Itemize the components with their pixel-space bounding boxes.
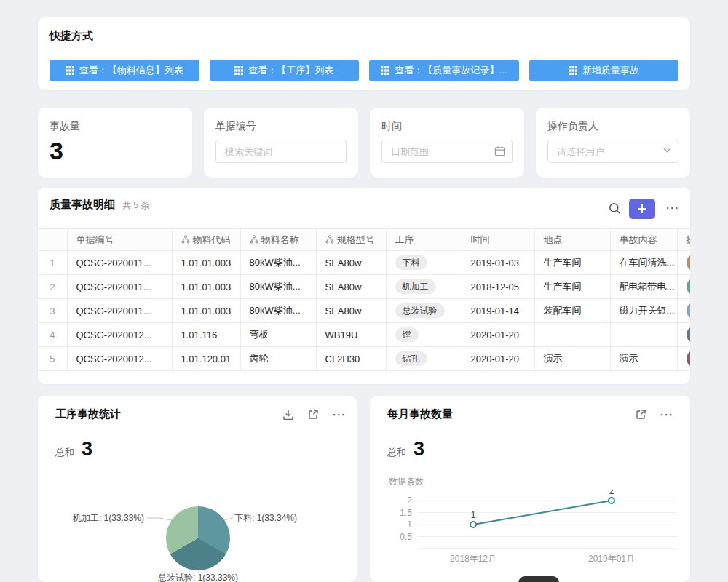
svg-text:1: 1 <box>471 510 476 520</box>
table-row[interactable]: 4 QCSG-2020012... 1.01.116 弯板 WB19U 镗 20… <box>38 323 690 347</box>
shortcut-label: 新增质量事故 <box>582 64 639 77</box>
cell-place <box>534 323 610 347</box>
cell-content: 在车间清洗... <box>610 251 677 275</box>
table-row[interactable]: 5 QCSG-2020012... 1.01.120.01 齿轮 CL2H30 … <box>38 347 690 371</box>
expand-icon[interactable] <box>306 407 320 422</box>
column-header-doc[interactable]: 单据编号 <box>67 229 172 251</box>
process-tag: 总装试验 <box>395 303 445 318</box>
cell-material-name: 齿轮 <box>240 347 316 371</box>
cell-place: 生产车间 <box>534 275 610 299</box>
cell-material-code: 1.01.01.003 <box>172 275 240 299</box>
cell-time: 2020-01-20 <box>462 323 534 347</box>
column-header-place[interactable]: 地点 <box>534 229 610 251</box>
operator-avatar <box>687 350 691 367</box>
line-total-value: 3 <box>414 438 424 461</box>
chevron-down-icon <box>663 148 671 153</box>
cell-material-code: 1.01.116 <box>172 323 240 347</box>
cell-place: 生产车间 <box>534 251 610 275</box>
svg-text:2018年12月: 2018年12月 <box>450 554 496 564</box>
row-index: 4 <box>38 323 67 347</box>
table-more-icon[interactable]: ⋯ <box>664 199 681 216</box>
grid-icon <box>569 66 577 75</box>
cell-spec: WB19U <box>316 323 386 347</box>
monthly-accidents-card: 每月事故数量 ⋯ 总和 3 数据条数 0.511.522018年12月2019年… <box>370 396 690 582</box>
operator-avatar <box>687 302 691 319</box>
process-tag: 机加工 <box>395 279 436 294</box>
cell-material-name: 80kW柴油... <box>240 251 316 275</box>
relation-field-icon <box>181 235 190 244</box>
index-column-header <box>38 229 67 251</box>
expand-icon[interactable] <box>633 407 648 422</box>
pie-label-blanking: 下料: 1(33.34%) <box>234 512 297 525</box>
time-filter-card: 时间 <box>370 108 524 178</box>
cell-time: 2018-12-05 <box>462 275 534 299</box>
operator-avatar <box>687 254 691 271</box>
table-scroll-area[interactable]: 单据编号 物料代码 物料名称 规格型号 工序 时间 地点 事故内容 操作负责人 … <box>38 228 690 371</box>
process-tag: 下料 <box>395 255 427 270</box>
shortcut-buttons: 查看：【物料信息】列表 查看：【工序】列表 查看：【质量事故记录】... 新增质… <box>50 60 678 81</box>
cell-material-code: 1.01.120.01 <box>172 347 240 371</box>
table-record-count: 共 5 条 <box>122 199 149 212</box>
operator-filter-label: 操作负责人 <box>547 120 598 133</box>
cell-time: 2020-01-20 <box>462 347 534 371</box>
pie-card-title: 工序事故统计 <box>55 407 121 421</box>
cell-content: 配电箱带电... <box>610 275 677 299</box>
pie-chart[interactable] <box>166 506 230 570</box>
pie-total-value: 3 <box>82 438 92 461</box>
time-filter-label: 时间 <box>381 120 402 133</box>
calendar-icon[interactable] <box>494 146 505 156</box>
table-row[interactable]: 3 QCSG-2020011... 1.01.01.003 80kW柴油... … <box>38 299 690 323</box>
table-row[interactable]: 2 QCSG-2020011... 1.01.01.003 80kW柴油... … <box>38 275 690 299</box>
records-table: 单据编号 物料代码 物料名称 规格型号 工序 时间 地点 事故内容 操作负责人 … <box>38 228 690 371</box>
pie-total-label: 总和 <box>55 446 74 459</box>
h-scrollbar-thumb[interactable] <box>518 576 559 582</box>
operator-filter-card: 操作负责人 <box>536 108 690 178</box>
view-process-list-button[interactable]: 查看：【工序】列表 <box>210 60 360 81</box>
grid-icon <box>234 66 243 75</box>
cell-spec: CL2H30 <box>316 347 386 371</box>
column-header-spec[interactable]: 规格型号 <box>316 229 386 251</box>
row-index: 3 <box>38 299 67 323</box>
process-tag: 镗 <box>395 327 419 342</box>
column-header-material-code[interactable]: 物料代码 <box>172 229 240 251</box>
grid-icon <box>66 66 74 75</box>
accident-count-value: 3 <box>50 137 63 165</box>
pie-more-icon[interactable]: ⋯ <box>331 406 348 423</box>
cell-spec: SEA80w <box>316 275 386 299</box>
operator-select[interactable] <box>547 140 678 163</box>
add-quality-accident-button[interactable]: 新增质量事故 <box>529 60 679 81</box>
shortcut-label: 查看：【质量事故记录】... <box>395 64 507 77</box>
pie-label-assembly-test: 总装试验: 1(33.33%) <box>140 572 256 582</box>
column-header-operator[interactable]: 操作负责人 <box>677 229 690 251</box>
cell-material-name: 弯板 <box>240 323 316 347</box>
svg-text:1: 1 <box>407 519 412 530</box>
row-index: 5 <box>38 347 67 371</box>
table-row[interactable]: 1 QCSG-2020011... 1.01.01.003 80kW柴油... … <box>38 251 690 275</box>
process-tag: 钻孔 <box>395 351 427 366</box>
shortcuts-card: 快捷方式 查看：【物料信息】列表 查看：【工序】列表 查看：【质量事故记录】..… <box>38 17 690 90</box>
doc-number-label: 单据编号 <box>215 120 256 133</box>
column-header-time[interactable]: 时间 <box>462 229 534 251</box>
add-record-button[interactable] <box>629 199 655 219</box>
line-chart-svg[interactable]: 0.511.522018年12月2019年01月12 <box>370 490 690 582</box>
view-material-list-button[interactable]: 查看：【物料信息】列表 <box>50 60 199 81</box>
svg-text:1.5: 1.5 <box>400 508 412 518</box>
view-quality-records-button[interactable]: 查看：【质量事故记录】... <box>369 60 519 81</box>
doc-number-search-input[interactable] <box>215 140 347 163</box>
cell-place: 演示 <box>534 347 610 371</box>
cell-material-code: 1.01.01.003 <box>172 251 240 275</box>
download-icon[interactable] <box>281 407 296 422</box>
cell-time: 2019-01-14 <box>462 299 534 323</box>
cell-content: 磁力开关短... <box>610 299 677 323</box>
column-header-material-name[interactable]: 物料名称 <box>240 229 316 251</box>
shortcut-label: 查看：【工序】列表 <box>248 64 333 77</box>
cell-doc: QCSG-2020012... <box>67 347 172 371</box>
search-icon[interactable] <box>607 201 622 216</box>
column-header-process[interactable]: 工序 <box>386 229 462 251</box>
column-header-content[interactable]: 事故内容 <box>610 229 677 251</box>
cell-content <box>610 323 677 347</box>
line-total-label: 总和 <box>387 446 406 459</box>
date-range-input[interactable] <box>381 140 513 163</box>
cell-doc: QCSG-2020011... <box>67 251 172 275</box>
line-more-icon[interactable]: ⋯ <box>658 406 676 423</box>
